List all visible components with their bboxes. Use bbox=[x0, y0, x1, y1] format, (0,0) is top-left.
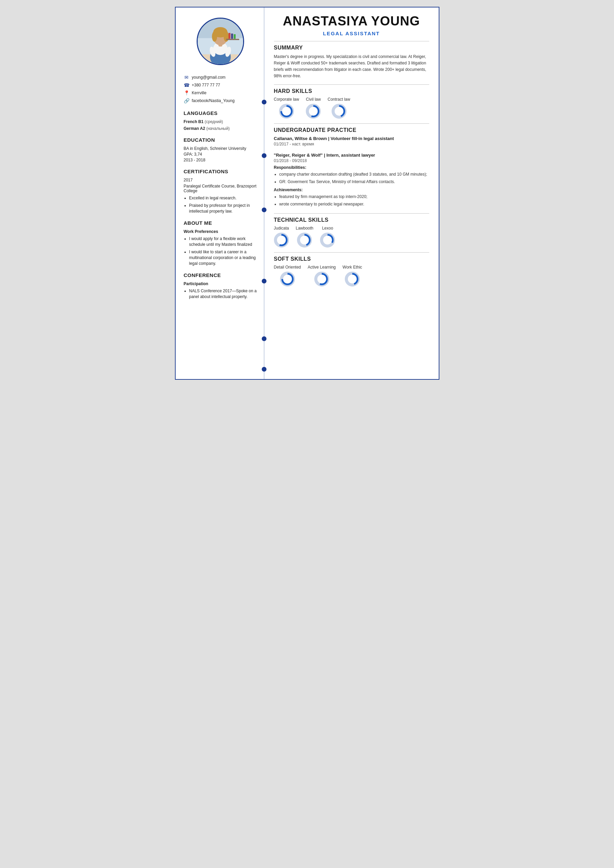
tech-skill-judicata: Judicata bbox=[274, 226, 289, 248]
languages-section: LANGUAGES French B1 (средний) German A2 … bbox=[184, 110, 257, 131]
tech-skill-judicata-label: Judicata bbox=[274, 226, 289, 231]
hard-skill-contract-circle bbox=[332, 104, 346, 119]
conference-participation-label: Participation bbox=[184, 281, 257, 286]
pref-bullet-2: I would like to start a career in a mult… bbox=[189, 249, 257, 266]
soft-skill-learning-circle bbox=[314, 271, 329, 287]
about-me-bullets: I would apply for a flexible work schedu… bbox=[184, 236, 257, 266]
profile-photo bbox=[197, 18, 244, 65]
soft-skills-grid: Detail Oriented Active Learning Work Eth… bbox=[274, 265, 429, 287]
cert-name: Paralegal Certificate Course, Brazosport… bbox=[184, 184, 257, 193]
tech-skill-lawbooth: Lawbooth bbox=[296, 226, 313, 248]
education-section: EDUCATION BA in English, Schreiner Unive… bbox=[184, 137, 257, 163]
conference-bullets: NALS Conference 2017—Spoke on a panel ab… bbox=[184, 288, 257, 300]
social-item: 🔗 facebook/Nastia_Young bbox=[184, 98, 257, 104]
edu-degree: BA in English, Schreiner University bbox=[184, 146, 257, 151]
location-value: Kerrville bbox=[192, 90, 206, 95]
conference-section: CONFERENCE Participation NALS Conference… bbox=[184, 272, 257, 300]
responsibilities-bullets: company charter documentation drafting (… bbox=[274, 171, 429, 185]
practice-date-1: 01/2017 - наст. время bbox=[274, 142, 429, 146]
timeline-dot-3 bbox=[262, 208, 267, 212]
hard-skill-corporate: Corporate law bbox=[274, 97, 299, 119]
social-value: facebook/Nastia_Young bbox=[192, 98, 235, 103]
practice-section: UNDERGRADUATE PRACTICE Callanan, Wiltse … bbox=[274, 127, 429, 207]
soft-skill-ethic-circle bbox=[345, 271, 360, 287]
location-icon: 📍 bbox=[184, 90, 189, 96]
timeline-dot-2 bbox=[262, 153, 267, 158]
resp-bullet-2: GR: Goverment Tax Service, Ministry of I… bbox=[279, 179, 429, 185]
divider-after-summary bbox=[274, 84, 429, 85]
hard-skill-corporate-label: Corporate law bbox=[274, 97, 299, 102]
summary-section: SUMMARY Master's degree in progress. My … bbox=[274, 45, 429, 80]
timeline-divider bbox=[264, 8, 264, 379]
email-item: ✉ young@gmail.com bbox=[184, 74, 257, 80]
education-title: EDUCATION bbox=[184, 137, 257, 143]
soft-skill-learning-label: Active Learning bbox=[308, 265, 336, 270]
phone-item: ☎ +380 777 77 77 bbox=[184, 82, 257, 88]
tech-skill-lexoo: Lexoo bbox=[320, 226, 335, 248]
tech-skill-judicata-circle bbox=[274, 232, 289, 248]
soft-skill-ethic: Work Ethic bbox=[343, 265, 362, 287]
soft-skill-ethic-label: Work Ethic bbox=[343, 265, 362, 270]
work-preferences-label: Work Preferences bbox=[184, 229, 257, 234]
technical-skills-title: TECHNICAL SKILLS bbox=[274, 217, 429, 223]
email-value: young@gmail.com bbox=[192, 75, 226, 80]
conference-bullet-1: NALS Conference 2017—Spoke on a panel ab… bbox=[189, 288, 257, 300]
tech-skill-lexoo-label: Lexoo bbox=[322, 226, 333, 231]
certifications-title: CERTIFICATIONS bbox=[184, 169, 257, 174]
summary-text: Master's degree in progress. My speciali… bbox=[274, 54, 429, 80]
hard-skills-title: HARD SKILLS bbox=[274, 88, 429, 94]
practice-entry-2: "Reiger, Reiger & Wolf" | Intern, assist… bbox=[274, 153, 429, 207]
hard-skill-corporate-circle bbox=[279, 104, 294, 119]
practice-org-2: "Reiger, Reiger & Wolf" | Intern, assist… bbox=[274, 153, 429, 158]
job-title: LEGAL ASSISTANT bbox=[274, 31, 429, 36]
summary-title: SUMMARY bbox=[274, 45, 429, 51]
svg-rect-14 bbox=[231, 34, 233, 39]
tech-skill-lexoo-circle bbox=[320, 232, 335, 248]
lang-german: German A2 (начальный) bbox=[184, 126, 257, 131]
social-icon: 🔗 bbox=[184, 98, 189, 104]
resp-bullet-1: company charter documentation drafting (… bbox=[279, 171, 429, 177]
hard-skill-civil-circle bbox=[306, 104, 321, 119]
hard-skill-contract: Contract law bbox=[327, 97, 350, 119]
technical-skills-grid: Judicata Lawbooth Lexoo bbox=[274, 226, 429, 248]
hard-skill-contract-label: Contract law bbox=[327, 97, 350, 102]
pref-bullet-1: I would apply for a flexible work schedu… bbox=[189, 236, 257, 248]
soft-skills-section: SOFT SKILLS Detail Oriented Active Learn… bbox=[274, 256, 429, 287]
timeline-dot-6 bbox=[262, 367, 267, 372]
photo-area bbox=[184, 18, 257, 65]
location-item: 📍 Kerrville bbox=[184, 90, 257, 96]
divider-after-tech-skills bbox=[274, 252, 429, 253]
practice-date-2: 01/2018 - 09/2018 bbox=[274, 158, 429, 163]
certifications-section: CERTIFICATIONS 2017 Paralegal Certificat… bbox=[184, 169, 257, 214]
achievements-bullets: featured by firm management as top inter… bbox=[274, 194, 429, 207]
left-column: ✉ young@gmail.com ☎ +380 777 77 77 📍 Ker… bbox=[176, 8, 264, 379]
timeline-dot-4 bbox=[262, 279, 267, 284]
resume-wrapper: ✉ young@gmail.com ☎ +380 777 77 77 📍 Ker… bbox=[175, 7, 439, 380]
timeline-dot-1 bbox=[262, 100, 267, 104]
about-me-title: ABOUT ME bbox=[184, 220, 257, 226]
cert-bullets: Excelled in legal research. Praised by p… bbox=[184, 195, 257, 214]
cert-year: 2017 bbox=[184, 178, 257, 183]
email-icon: ✉ bbox=[184, 74, 189, 80]
soft-skills-title: SOFT SKILLS bbox=[274, 256, 429, 262]
soft-skill-detail: Detail Oriented bbox=[274, 265, 301, 287]
practice-entry-1: Callanan, Wiltse & Brown | Volunteer fil… bbox=[274, 136, 429, 146]
soft-skill-detail-circle bbox=[280, 271, 295, 287]
divider-after-hard-skills bbox=[274, 123, 429, 124]
timeline-dot-5 bbox=[262, 336, 267, 341]
name-area: ANASTASIYA YOUNG LEGAL ASSISTANT bbox=[274, 14, 429, 36]
svg-point-8 bbox=[212, 31, 217, 42]
tech-skill-lawbooth-label: Lawbooth bbox=[296, 226, 313, 231]
hard-skill-civil-label: Civil law bbox=[306, 97, 321, 102]
divider-after-practice bbox=[274, 213, 429, 214]
cert-bullet-1: Excelled in legal research. bbox=[189, 195, 257, 201]
contact-section: ✉ young@gmail.com ☎ +380 777 77 77 📍 Ker… bbox=[184, 74, 257, 104]
phone-icon: ☎ bbox=[184, 82, 189, 88]
practice-org-1: Callanan, Wiltse & Brown | Volunteer fil… bbox=[274, 136, 429, 141]
phone-value: +380 777 77 77 bbox=[192, 83, 220, 87]
technical-skills-section: TECHNICAL SKILLS Judicata Lawbooth Lexoo bbox=[274, 217, 429, 248]
tech-skill-lawbooth-circle bbox=[297, 232, 312, 248]
achievements-label: Achievements: bbox=[274, 188, 429, 192]
conference-title: CONFERENCE bbox=[184, 272, 257, 278]
candidate-name: ANASTASIYA YOUNG bbox=[274, 14, 429, 28]
